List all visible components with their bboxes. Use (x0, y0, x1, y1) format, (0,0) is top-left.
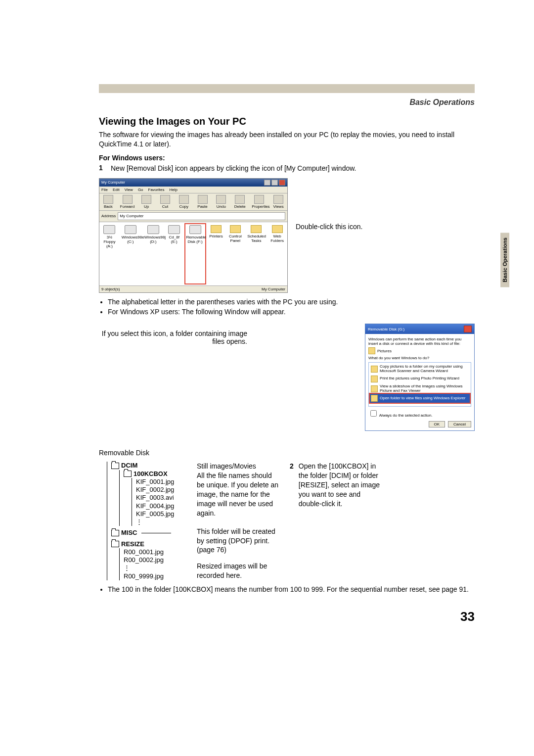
folder-dcim: DCIM (121, 462, 137, 470)
xp-dialog-title: Removable Disk (G:) (368, 327, 404, 331)
note-resize: Resized images will be recorded here. (197, 562, 281, 580)
xp-desc: Windows can perform the same action each… (368, 337, 471, 346)
folder-100kcbox: 100KCBOX (134, 470, 168, 478)
file-kif4: KIF_0004.jpg (136, 502, 188, 510)
drive-floppy[interactable]: 3½ Floppy (A:) (102, 225, 117, 284)
xp-autoplay-dialog: Removable Disk (G:) Windows can perform … (365, 324, 475, 431)
side-tab: Basic Operations (500, 233, 509, 287)
printers-icon (211, 225, 222, 233)
tb-cut[interactable]: Cut (158, 195, 172, 209)
control-panel-icon (230, 225, 241, 233)
section-band (99, 84, 475, 93)
folder-resize: RESIZE (121, 540, 144, 548)
close-icon[interactable] (279, 180, 285, 186)
step-1-text: New [Removal Disk] icon appears by click… (111, 164, 356, 173)
ok-button[interactable]: OK (429, 421, 445, 427)
folder-icon (111, 530, 119, 536)
floppy-icon (103, 225, 115, 234)
tb-up[interactable]: Up (139, 195, 153, 209)
footnote-100: The 100 in the folder [100KCBOX] means t… (108, 584, 475, 594)
up-icon (141, 195, 151, 204)
tb-undo[interactable]: Undo (214, 195, 228, 209)
tb-delete[interactable]: Delete (233, 195, 247, 209)
undo-icon (216, 195, 226, 204)
ellipsis-icon: ⋮ (136, 518, 188, 526)
views-icon (273, 195, 283, 204)
drive-c[interactable]: Windows98e (C:) (122, 225, 139, 284)
address-label: Address (101, 214, 116, 218)
callout-doubleclick: Double-click this icon. (296, 223, 375, 231)
menu-bar[interactable]: File Edit View Go Favorites Help (99, 187, 287, 193)
paste-icon (198, 195, 208, 204)
xp-item-print[interactable]: Print the pictures using Photo Printing … (370, 375, 470, 383)
close-icon[interactable] (464, 326, 472, 332)
folder-icon (111, 463, 119, 469)
forward-icon (123, 195, 133, 204)
folder-printers[interactable]: Printers (209, 225, 223, 284)
step-1-number: 1 (99, 164, 106, 176)
folder-view: 3½ Floppy (A:) Windows98e (C:) Windows98… (99, 222, 287, 285)
wizard-icon (371, 366, 378, 373)
tb-forward[interactable]: Forward (120, 195, 134, 209)
subheading-windows: For Windows users: (99, 154, 475, 162)
hdd-icon (147, 225, 159, 234)
slideshow-icon (371, 385, 378, 392)
menu-help[interactable]: Help (169, 188, 177, 192)
toolbar: Back Forward Up Cut Copy Paste Undo Dele… (99, 193, 287, 211)
status-objects: 9 object(s) (101, 287, 120, 291)
pictures-icon (368, 347, 375, 354)
xp-prompt: What do you want Windows to do? (368, 356, 471, 360)
xp-action-list[interactable]: Copy pictures to a folder on my computer… (368, 362, 471, 407)
menu-edit[interactable]: Edit (113, 188, 120, 192)
cancel-button[interactable]: Cancel (448, 421, 471, 427)
file-kif3: KIF_0003.avi (136, 494, 188, 502)
step-2-number: 2 (290, 462, 294, 508)
tb-back[interactable]: Back (101, 195, 115, 209)
xp-item-slideshow[interactable]: View a slideshow of the images using Win… (370, 383, 470, 394)
menu-favorites[interactable]: Favorites (148, 188, 165, 192)
folder-web[interactable]: Web Folders (270, 225, 284, 284)
folder-controlpanel[interactable]: Control Panel (228, 225, 242, 284)
ellipsis-icon: ⋮ (124, 564, 188, 572)
print-icon (371, 376, 378, 382)
back-icon (103, 195, 113, 204)
folder-scheduled[interactable]: Scheduled Tasks (247, 225, 265, 284)
bullet-letter: The alphabetical letter in the parenthes… (108, 297, 475, 307)
folder-icon (124, 471, 132, 477)
address-input[interactable] (118, 212, 285, 220)
menu-file[interactable]: File (101, 188, 108, 192)
tb-properties[interactable]: Properties (252, 195, 267, 209)
file-kif1: KIF_0001.jpg (136, 478, 188, 486)
tb-views[interactable]: Views (271, 195, 285, 209)
explain-select-icon: If you select this icon, a folder contai… (99, 324, 247, 345)
folder-icon (371, 395, 378, 402)
my-computer-window: My Computer File Edit View Go Favorites … (99, 178, 288, 293)
file-r1: R00_0001.jpg (124, 548, 188, 556)
cut-icon (160, 195, 170, 204)
folder-tree: DCIM 100KCBOX KIF_0001.jpg KIF_0002.jpg … (99, 462, 188, 580)
tb-paste[interactable]: Paste (196, 195, 210, 209)
drive-removable[interactable]: Removable Disk (F:) (184, 223, 206, 284)
file-kif2: KIF_0002.jpg (136, 486, 188, 494)
page-title: Viewing the Images on Your PC (99, 116, 475, 127)
drive-d[interactable]: Windows98j (D:) (144, 225, 162, 284)
status-location: My Computer (262, 287, 285, 291)
menu-view[interactable]: View (125, 188, 133, 192)
xp-always-label: Always do the selected action. (379, 413, 433, 418)
xp-item-copy[interactable]: Copy pictures to a folder on my computer… (370, 364, 470, 375)
minimize-icon[interactable] (264, 180, 270, 186)
maximize-icon[interactable] (271, 180, 278, 186)
folder-icon (111, 541, 119, 547)
drive-cd[interactable]: Cd_8f (E:) (167, 225, 181, 284)
file-kif5: KIF_0005.jpg (136, 510, 188, 518)
intro-text: The software for viewing the images has … (99, 130, 475, 149)
xp-item-open-folder[interactable]: Open folder to view files using Windows … (369, 393, 471, 404)
file-r2: R00_0002.jpg (124, 556, 188, 564)
xp-always-checkbox[interactable] (370, 410, 377, 417)
page-number: 33 (99, 609, 475, 624)
window-title: My Computer (101, 180, 125, 185)
tb-copy[interactable]: Copy (177, 195, 191, 209)
removable-disk-label: Removable Disk (99, 449, 475, 457)
menu-go[interactable]: Go (138, 188, 143, 192)
hdd-icon (125, 225, 136, 234)
